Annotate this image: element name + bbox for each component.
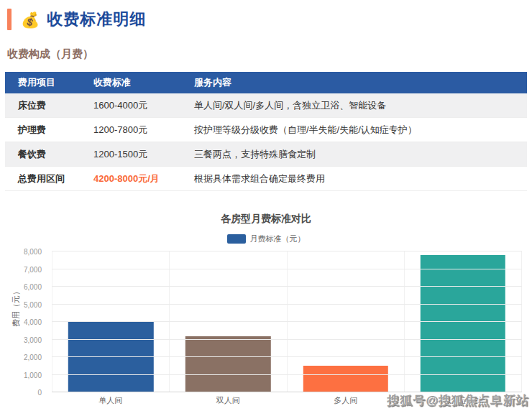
gridline: [52, 374, 522, 375]
chart-plot-area: 费用（元） 01,0002,0003,0004,0005,0006,0007,0…: [52, 251, 522, 392]
section-header: 💰 收费标准明细: [7, 9, 527, 30]
article-page: 💰 收费标准明细 收费构成（月费） 费用项目 收费标准 服务内容 床位费 160…: [0, 0, 532, 411]
x-tick-label: 单人间: [52, 395, 170, 406]
y-tick-label: 5,000: [24, 300, 42, 308]
gridline: [52, 286, 522, 287]
chart-category-cell: [405, 251, 522, 392]
table-row: 餐饮费 1200-1500元 三餐两点，支持特殊膳食定制: [5, 142, 527, 167]
bar-双人间[interactable]: [185, 336, 270, 392]
fee-price: 1600-4000元: [93, 99, 194, 112]
y-tick-label: 3,000: [24, 336, 42, 343]
gridline: [52, 304, 522, 305]
y-axis-ticks: 01,0002,0003,0004,0005,0006,0007,0008,00…: [6, 251, 46, 392]
money-bag-icon: 💰: [21, 12, 40, 27]
gridline: [52, 356, 522, 357]
chart-category-cell: [52, 251, 170, 392]
gridline: [52, 321, 522, 322]
fee-price: 1200-7800元: [93, 124, 194, 137]
bar-单人间[interactable]: [68, 322, 153, 392]
page-title: 收费标准明细: [47, 9, 146, 30]
column-header-item: 费用项目: [5, 76, 93, 89]
table-row-total: 总费用区间 4200-8000元/月 根据具体需求组合确定最终费用: [5, 167, 527, 191]
chart-plot: [52, 251, 522, 392]
legend-swatch[interactable]: [227, 234, 246, 244]
fee-item: 护理费: [5, 124, 93, 137]
table-row: 护理费 1200-7800元 按护理等级分级收费（自理/半失能/失能/认知症专护…: [5, 118, 527, 142]
gridline: [52, 269, 522, 269]
y-tick-label: 2,000: [24, 354, 42, 361]
x-tick-label: 双人间: [170, 395, 288, 406]
fee-item: 床位费: [5, 99, 93, 112]
accent-bar: [7, 9, 12, 30]
fee-desc: 三餐两点，支持特殊膳食定制: [194, 148, 527, 161]
chart-title: 各房型月费标准对比: [5, 213, 527, 226]
bar-认知症专护[interactable]: [421, 255, 505, 392]
fee-item: 餐饮费: [5, 148, 93, 161]
y-tick-label: 1,000: [24, 371, 42, 379]
column-header-price: 收费标准: [93, 76, 194, 89]
y-tick-label: 8,000: [24, 248, 42, 256]
gridline: [52, 339, 522, 340]
y-tick-label: 4,000: [24, 318, 42, 326]
fee-table-header: 费用项目 收费标准 服务内容: [5, 72, 527, 93]
fee-desc: 单人间/双人间/多人间，含独立卫浴、智能设备: [194, 99, 527, 112]
subsection-title: 收费构成（月费）: [7, 47, 527, 61]
fee-table: 费用项目 收费标准 服务内容 床位费 1600-4000元 单人间/双人间/多人…: [5, 72, 527, 191]
chart-category-cell: [288, 251, 405, 392]
y-tick-label: 6,000: [24, 283, 42, 291]
bar-多人间[interactable]: [303, 366, 387, 392]
fee-desc: 根据具体需求组合确定最终费用: [194, 172, 527, 185]
fee-price: 1200-1500元: [93, 148, 194, 161]
fee-desc: 按护理等级分级收费（自理/半失能/失能/认知症专护）: [194, 124, 527, 137]
fee-item: 总费用区间: [5, 172, 93, 185]
chart-category-cell: [170, 251, 287, 392]
chart-legend[interactable]: 月费标准（元）: [5, 234, 527, 244]
bar-chart: 各房型月费标准对比 月费标准（元） 费用（元） 01,0002,0003,000…: [5, 213, 527, 406]
y-tick-label: 0: [37, 389, 42, 397]
gridline: [52, 251, 522, 251]
table-row: 床位费 1600-4000元 单人间/双人间/多人间，含独立卫浴、智能设备: [5, 93, 527, 118]
legend-label[interactable]: 月费标准（元）: [250, 234, 306, 244]
y-tick-label: 7,000: [24, 265, 42, 273]
watermark: 搜狐号@搜狐焦点阜新站: [387, 392, 529, 409]
column-header-service: 服务内容: [194, 76, 527, 89]
fee-price-total: 4200-8000元/月: [93, 172, 194, 185]
chart-bars: [52, 251, 522, 392]
